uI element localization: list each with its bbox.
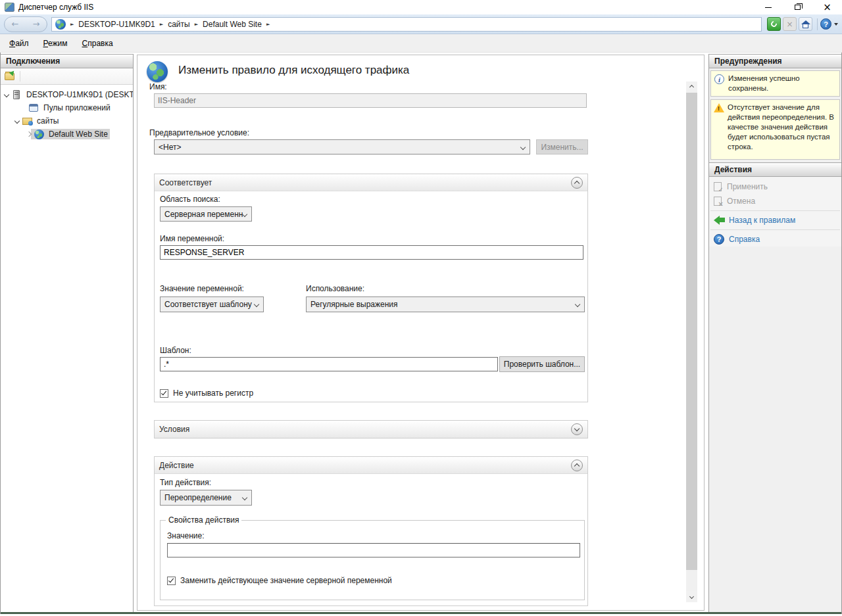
conditions-section-header: Условия bbox=[155, 421, 587, 438]
cancel-action[interactable]: ✕ Отмена bbox=[709, 194, 841, 208]
name-label: Имя: bbox=[149, 82, 167, 91]
scope-label: Область поиска: bbox=[160, 195, 220, 204]
info-alert-text: Изменения успешно сохранены. bbox=[728, 74, 837, 93]
close-button[interactable]: × bbox=[812, 0, 842, 14]
workspace: Подключения DESKTOP-U1MK9D1 (DESKTOP Пул… bbox=[0, 53, 842, 614]
apply-action[interactable]: ✓ Применить bbox=[709, 179, 841, 194]
test-pattern-button[interactable]: Проверить шаблон... bbox=[499, 356, 585, 372]
precondition-value: <Нет> bbox=[159, 143, 181, 152]
back-button[interactable]: ← bbox=[12, 19, 19, 29]
restore-button[interactable] bbox=[783, 0, 812, 14]
warning-icon: ! bbox=[714, 103, 724, 112]
tree-item-label: Пулы приложений bbox=[41, 103, 112, 113]
action-type-select[interactable]: Переопределение bbox=[160, 490, 252, 506]
menu-view[interactable]: Режим bbox=[43, 39, 68, 48]
scrollbar-track[interactable] bbox=[686, 93, 697, 591]
site-globe-icon bbox=[34, 129, 44, 139]
replace-value-checkbox[interactable] bbox=[167, 577, 176, 585]
chevron-down-icon bbox=[242, 495, 247, 500]
chevron-up-icon bbox=[574, 181, 580, 186]
variable-name-label: Имя переменной: bbox=[160, 234, 224, 243]
iis-manager-window: { "colors": { "link_blue": "#2e75b5", "w… bbox=[0, 0, 842, 616]
chevron-down-icon bbox=[575, 302, 580, 307]
scrollbar-thumb[interactable] bbox=[686, 93, 697, 570]
action-type-label: Тип действия: bbox=[160, 478, 211, 487]
actions-list: ✓ Применить ✕ Отмена Назад к правилам ? … bbox=[709, 177, 841, 247]
connections-tree: DESKTOP-U1MK9D1 (DESKTOP Пулы приложений… bbox=[1, 85, 133, 141]
action-properties-group: Свойства действия Значение: Заменить дей… bbox=[160, 520, 585, 600]
precondition-select[interactable]: <Нет> bbox=[154, 139, 530, 154]
breadcrumb-item-default-web-site[interactable]: Default Web Site bbox=[203, 20, 262, 29]
apply-label: Применить bbox=[727, 182, 768, 191]
using-select[interactable]: Регулярные выражения bbox=[306, 296, 585, 312]
info-alert: i Изменения успешно сохранены. bbox=[710, 70, 840, 97]
scroll-up-button[interactable] bbox=[686, 82, 697, 93]
minimize-icon bbox=[765, 7, 772, 8]
application-pools-icon bbox=[28, 103, 39, 113]
variable-name-input[interactable]: RESPONSE_SERVER bbox=[160, 245, 583, 260]
window-title: Диспетчер служб IIS bbox=[18, 3, 93, 12]
replace-value-row: Заменить действующее значение серверной … bbox=[167, 576, 392, 585]
action-type-value: Переопределение bbox=[164, 493, 232, 502]
edit-precondition-button[interactable]: Изменить... bbox=[536, 139, 588, 154]
collapse-icon[interactable] bbox=[14, 118, 20, 124]
help-action[interactable]: ? Справка bbox=[709, 232, 841, 247]
menu-bar: Файл Режим Справка bbox=[0, 34, 842, 53]
minimize-button[interactable] bbox=[753, 0, 783, 14]
scroll-down-button[interactable] bbox=[686, 591, 697, 602]
expand-section-button[interactable] bbox=[571, 423, 583, 435]
pattern-input[interactable]: .* bbox=[160, 357, 498, 371]
collapse-section-button[interactable] bbox=[571, 177, 583, 189]
match-section-header: Соответствует bbox=[155, 174, 587, 191]
stop-button[interactable]: × bbox=[783, 17, 797, 31]
address-bar-icons: × ? bbox=[767, 17, 842, 31]
forward-button[interactable]: → bbox=[32, 19, 39, 29]
tree-item-label: Default Web Site bbox=[47, 129, 110, 139]
warning-alert-text: Отсутствует значение для действия переоп… bbox=[728, 103, 837, 156]
scope-select[interactable]: Серверная переменн bbox=[160, 206, 252, 222]
chevron-up-icon bbox=[574, 463, 580, 469]
tree-item-app-pools[interactable]: Пулы приложений bbox=[1, 101, 133, 114]
chevron-down-icon bbox=[689, 594, 694, 599]
breadcrumb[interactable]: ► DESKTOP-U1MK9D1 ► сайты ► Default Web … bbox=[51, 17, 762, 32]
match-section: Соответствует Область поиска: Серверная … bbox=[154, 174, 588, 402]
variable-value-select[interactable]: Соответствует шаблону bbox=[160, 296, 264, 312]
apply-icon: ✓ bbox=[714, 182, 722, 191]
back-to-rules-label: Назад к правилам bbox=[729, 216, 795, 225]
feature-globe-icon bbox=[147, 61, 168, 82]
toolbar-separator bbox=[20, 71, 20, 82]
page-title: Изменить правило для исходящего трафика bbox=[178, 64, 409, 77]
breadcrumb-item-server[interactable]: DESKTOP-U1MK9D1 bbox=[78, 20, 155, 29]
home-button[interactable] bbox=[799, 17, 812, 31]
title-bar: Диспетчер служб IIS × bbox=[0, 0, 842, 14]
refresh-button[interactable] bbox=[767, 17, 781, 31]
menu-file[interactable]: Файл bbox=[9, 39, 29, 48]
tree-item-server[interactable]: DESKTOP-U1MK9D1 (DESKTOP bbox=[1, 88, 133, 101]
ignore-case-row: Не учитывать регистр bbox=[160, 389, 253, 398]
chevron-down-icon bbox=[574, 426, 580, 431]
pattern-label: Шаблон: bbox=[160, 346, 191, 355]
vertical-scrollbar[interactable] bbox=[686, 82, 697, 602]
ignore-case-checkbox[interactable] bbox=[160, 389, 168, 398]
globe-icon bbox=[55, 19, 66, 30]
collapse-section-button[interactable] bbox=[571, 460, 583, 471]
variable-value-value: Соответствует шаблону bbox=[164, 300, 252, 309]
back-to-rules-action[interactable]: Назад к правилам bbox=[709, 213, 841, 227]
refresh-icon bbox=[770, 20, 778, 28]
action-value-input[interactable] bbox=[167, 543, 580, 557]
save-connection-button[interactable] bbox=[5, 73, 14, 80]
tree-item-sites[interactable]: сайты bbox=[1, 114, 133, 128]
chevron-up-icon bbox=[689, 85, 694, 89]
menu-help[interactable]: Справка bbox=[82, 39, 113, 48]
help-button[interactable]: ? bbox=[820, 18, 831, 30]
tree-item-default-web-site[interactable]: Default Web Site bbox=[1, 128, 133, 141]
collapse-icon[interactable] bbox=[4, 92, 9, 97]
help-dropdown-icon[interactable] bbox=[834, 23, 838, 26]
iis-app-icon bbox=[5, 3, 14, 12]
replace-value-label: Заменить действующее значение серверной … bbox=[180, 576, 392, 585]
close-icon: × bbox=[823, 3, 831, 12]
help-label: Справка bbox=[729, 235, 760, 244]
window-border bbox=[1, 612, 841, 614]
action-section-title: Действие bbox=[159, 461, 194, 470]
breadcrumb-item-sites[interactable]: сайты bbox=[168, 20, 190, 29]
